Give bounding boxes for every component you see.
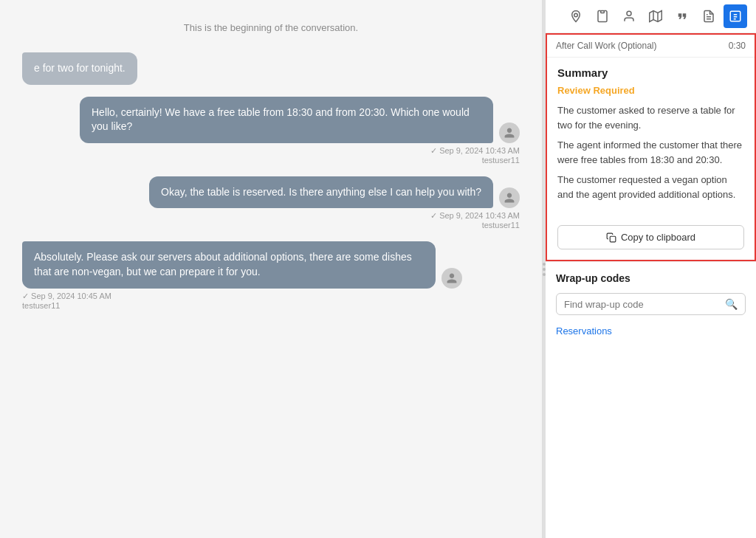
wrapup-search-box[interactable]: 🔍 <box>556 293 746 315</box>
panel-divider <box>543 0 546 538</box>
summary-title: Summary <box>557 66 744 79</box>
summary-content: Summary Review Required The customer ask… <box>547 58 755 216</box>
avatar <box>499 123 520 143</box>
message-bubble: e for two for tonight. <box>22 52 137 85</box>
acw-timer: 0:30 <box>729 41 746 51</box>
wrapup-section: Wrap-up codes 🔍 Reservations <box>546 261 756 348</box>
user2-icon[interactable] <box>617 4 641 28</box>
message-row: Hello, certainly! We have a free table f… <box>22 97 520 165</box>
message-bubble: Hello, certainly! We have a free table f… <box>80 97 493 143</box>
conversation-start-label: This is the beginning of the conversatio… <box>22 15 520 41</box>
summary-point-3: The customer requested a vegan option an… <box>557 173 744 201</box>
message-bubble: Absolutely. Please ask our servers about… <box>22 241 436 288</box>
message-meta: ✓ Sep 9, 2024 10:43 AM testuser11 <box>430 211 520 230</box>
svg-rect-1 <box>601 11 605 13</box>
wrapup-search-input[interactable] <box>564 299 721 310</box>
avatar <box>499 187 520 208</box>
message-row: Absolutely. Please ask our servers about… <box>22 241 520 309</box>
svg-point-0 <box>574 13 578 17</box>
drag-handle[interactable] <box>543 263 546 276</box>
summary-panel: After Call Work (Optional) 0:30 Summary … <box>546 33 756 261</box>
search-icon: 🔍 <box>725 298 738 310</box>
summary-point-2: The agent informed the customer that the… <box>557 138 744 167</box>
right-panel: After Call Work (Optional) 0:30 Summary … <box>546 0 756 538</box>
summary-point-1: The customer asked to reserve a table fo… <box>557 103 744 132</box>
acw-label: After Call Work (Optional) <box>556 41 656 51</box>
notepad-active-icon[interactable] <box>724 4 747 28</box>
map2-icon[interactable] <box>644 4 667 28</box>
message-bubble: Okay, the table is reserved. Is there an… <box>149 176 493 209</box>
copy-button-label: Copy to clipboard <box>621 232 695 243</box>
avatar <box>441 268 462 289</box>
copy-icon <box>606 232 616 243</box>
svg-marker-3 <box>650 11 662 22</box>
acw-header: After Call Work (Optional) 0:30 <box>547 35 755 58</box>
chat-messages: This is the beginning of the conversatio… <box>0 0 542 538</box>
quote2-icon[interactable] <box>670 4 694 28</box>
message-row: e for two for tonight. <box>22 52 520 85</box>
copy-to-clipboard-button[interactable]: Copy to clipboard <box>557 225 744 249</box>
chat-area: This is the beginning of the conversatio… <box>0 0 543 538</box>
message-meta: ✓ Sep 9, 2024 10:43 AM testuser11 <box>430 146 520 165</box>
svg-point-2 <box>627 11 631 15</box>
document2-icon[interactable] <box>697 4 721 28</box>
review-required-badge: Review Required <box>557 85 744 96</box>
svg-rect-12 <box>610 236 616 242</box>
clipboard2-icon[interactable] <box>591 4 614 28</box>
icon-bar <box>546 0 756 33</box>
message-row: Okay, the table is reserved. Is there an… <box>22 176 520 230</box>
wrapup-title: Wrap-up codes <box>556 272 746 284</box>
message-meta: ✓ Sep 9, 2024 10:45 AM testuser11 <box>22 292 111 310</box>
reservations-link[interactable]: Reservations <box>556 325 612 337</box>
location-icon[interactable] <box>564 4 588 28</box>
